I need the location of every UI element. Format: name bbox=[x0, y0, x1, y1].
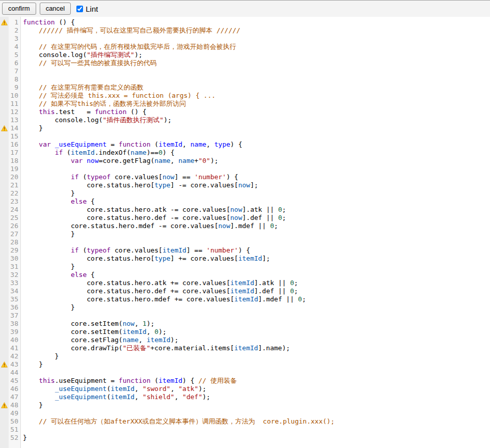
code-line[interactable]: 23 else { bbox=[0, 198, 490, 206]
code-line[interactable]: 48 } bbox=[0, 401, 490, 409]
code-text: core.status.hero[type] -= core.values[no… bbox=[20, 181, 258, 189]
code-line[interactable]: 4 // 在这里写的代码，在所有模块加载完毕后，游戏开始前会被执行 bbox=[0, 43, 490, 51]
code-line[interactable]: 17 if (itemId.indexOf(name)==0) { bbox=[0, 149, 490, 157]
code-line[interactable]: 19 bbox=[0, 165, 490, 173]
code-line[interactable]: 15 bbox=[0, 132, 490, 141]
line-number: 46 bbox=[9, 385, 20, 393]
code-line[interactable]: 40 core.setFlag(name, itemId); bbox=[0, 336, 490, 344]
code-line[interactable]: 47 _useEquipment(itemId, "shield", "def"… bbox=[0, 393, 490, 401]
lint-marker-cell bbox=[0, 83, 9, 92]
code-text bbox=[20, 238, 23, 246]
line-number: 45 bbox=[9, 377, 20, 385]
line-number: 6 bbox=[9, 59, 20, 67]
code-line[interactable]: 8 bbox=[0, 75, 490, 83]
code-line[interactable]: 25 core.status.hero.def -= core.values[n… bbox=[0, 214, 490, 222]
code-line[interactable]: 26 core.status.hero.mdef -= core.values[… bbox=[0, 222, 490, 230]
code-text: } bbox=[20, 303, 75, 312]
line-number: 44 bbox=[9, 369, 20, 377]
code-line[interactable]: 32 else { bbox=[0, 271, 490, 279]
code-line[interactable]: 34 core.status.hero.def += core.values[i… bbox=[0, 287, 490, 295]
code-line[interactable]: 27 } bbox=[0, 230, 490, 238]
code-line[interactable]: 29 if (typeof core.values[itemId] == 'nu… bbox=[0, 246, 490, 255]
code-editor[interactable]: 1function () {2 ////// 插件编写，可以在这里写自己额外需要… bbox=[0, 17, 490, 448]
code-line[interactable]: 35 core.status.hero.mdef += core.values[… bbox=[0, 295, 490, 303]
lint-marker-cell bbox=[0, 238, 9, 246]
code-text: this.test = function () { bbox=[20, 108, 147, 116]
line-number: 11 bbox=[9, 100, 20, 108]
lint-marker-cell bbox=[0, 369, 9, 377]
code-line[interactable]: 30 core.status.hero[type] += core.values… bbox=[0, 255, 490, 263]
lint-marker-cell bbox=[0, 181, 9, 189]
code-text: core.drawTip("已装备"+core.material.items[i… bbox=[20, 344, 290, 352]
code-line[interactable]: 6 // 可以写一些其他的被直接执行的代码 bbox=[0, 59, 490, 67]
line-number: 26 bbox=[9, 222, 20, 230]
code-line[interactable]: 38 core.setItem(now, 1); bbox=[0, 320, 490, 328]
lint-checkbox[interactable] bbox=[76, 6, 83, 12]
code-line[interactable]: 41 core.drawTip("已装备"+core.material.item… bbox=[0, 344, 490, 352]
lint-marker-cell bbox=[0, 230, 9, 238]
code-line[interactable]: 42 } bbox=[0, 352, 490, 360]
code-line[interactable]: 21 core.status.hero[type] -= core.values… bbox=[0, 181, 490, 189]
code-line[interactable]: 36 } bbox=[0, 303, 490, 312]
code-text: else { bbox=[20, 271, 95, 279]
code-line[interactable]: 12 this.test = function () { bbox=[0, 108, 490, 116]
code-line[interactable]: 37 bbox=[0, 312, 490, 320]
code-line[interactable]: 28 bbox=[0, 238, 490, 246]
code-line[interactable]: 31 } bbox=[0, 263, 490, 271]
code-text: if (itemId.indexOf(name)==0) { bbox=[20, 149, 174, 157]
code-line[interactable]: 20 if (typeof core.values[now] == 'numbe… bbox=[0, 173, 490, 181]
code-line[interactable]: 18 var now=core.getFlag(name, name+"0"); bbox=[0, 157, 490, 165]
code-line[interactable]: 49 bbox=[0, 409, 490, 417]
code-text bbox=[20, 67, 23, 75]
code-line[interactable]: 3 bbox=[0, 35, 490, 43]
code-line[interactable]: 46 _useEquipment(itemId, "sword", "atk")… bbox=[0, 385, 490, 393]
code-line[interactable]: 22 } bbox=[0, 189, 490, 198]
code-line[interactable]: 45 this.useEquipment = function (itemId)… bbox=[0, 377, 490, 385]
lint-label: Lint bbox=[86, 5, 98, 13]
lint-marker-cell bbox=[0, 214, 9, 222]
code-line[interactable]: 43 } bbox=[0, 360, 490, 369]
code-text: // 写法必须是 this.xxx = function (args) { ..… bbox=[20, 92, 215, 100]
line-number: 7 bbox=[9, 67, 20, 75]
code-line[interactable]: 5 console.log("插件编写测试"); bbox=[0, 51, 490, 59]
confirm-button[interactable]: confirm bbox=[2, 3, 36, 15]
code-line[interactable]: 50 // 可以在任何地方（如afterXXX或自定义脚本事件）调用函数，方法为… bbox=[0, 417, 490, 426]
code-line[interactable]: 9 // 在这里写所有需要自定义的函数 bbox=[0, 83, 490, 92]
code-line[interactable]: 14 } bbox=[0, 124, 490, 132]
code-line[interactable]: 1function () { bbox=[0, 18, 490, 26]
code-line[interactable]: 39 core.setItem(itemId, 0); bbox=[0, 328, 490, 336]
code-line[interactable]: 51 bbox=[0, 426, 490, 434]
code-text: core.status.hero.mdef -= core.values[now… bbox=[20, 222, 278, 230]
line-number: 25 bbox=[9, 214, 20, 222]
code-text: // 可以写一些其他的被直接执行的代码 bbox=[20, 59, 157, 67]
code-line[interactable]: 16 var _useEquipment = function (itemId,… bbox=[0, 141, 490, 149]
lint-marker-cell bbox=[0, 385, 9, 393]
code-text: } bbox=[20, 189, 75, 198]
lint-marker-cell bbox=[0, 132, 9, 141]
lint-marker-cell bbox=[0, 149, 9, 157]
line-number: 18 bbox=[9, 157, 20, 165]
code-line[interactable]: 52} bbox=[0, 434, 490, 442]
code-line[interactable]: 10 // 写法必须是 this.xxx = function (args) {… bbox=[0, 92, 490, 100]
code-text: // 在这里写所有需要自定义的函数 bbox=[20, 83, 144, 92]
code-text: core.status.hero.def += core.values[item… bbox=[20, 287, 298, 295]
lint-marker-cell bbox=[0, 426, 9, 434]
code-line[interactable]: 7 bbox=[0, 67, 490, 75]
code-text bbox=[20, 35, 23, 43]
line-number: 30 bbox=[9, 255, 20, 263]
lint-marker-cell bbox=[0, 271, 9, 279]
lint-marker-cell bbox=[0, 246, 9, 255]
code-line[interactable]: 13 console.log("插件函数执行测试"); bbox=[0, 116, 490, 124]
lint-warning-icon bbox=[0, 360, 9, 369]
code-text: // 在这里写的代码，在所有模块加载完毕后，游戏开始前会被执行 bbox=[20, 43, 236, 51]
lint-toggle[interactable]: Lint bbox=[76, 5, 98, 13]
code-line[interactable]: 2 ////// 插件编写，可以在这里写自己额外需要执行的脚本 ////// bbox=[0, 26, 490, 35]
cancel-button[interactable]: cancel bbox=[40, 3, 71, 15]
lint-marker-cell bbox=[0, 206, 9, 214]
code-line[interactable]: 24 core.status.hero.atk -= core.values[n… bbox=[0, 206, 490, 214]
line-number: 19 bbox=[9, 165, 20, 173]
line-number: 28 bbox=[9, 238, 20, 246]
code-line[interactable]: 44 bbox=[0, 369, 490, 377]
code-line[interactable]: 11 // 如果不写this的话，函数将无法被外部所访问 bbox=[0, 100, 490, 108]
code-line[interactable]: 33 core.status.hero.atk += core.values[i… bbox=[0, 279, 490, 287]
